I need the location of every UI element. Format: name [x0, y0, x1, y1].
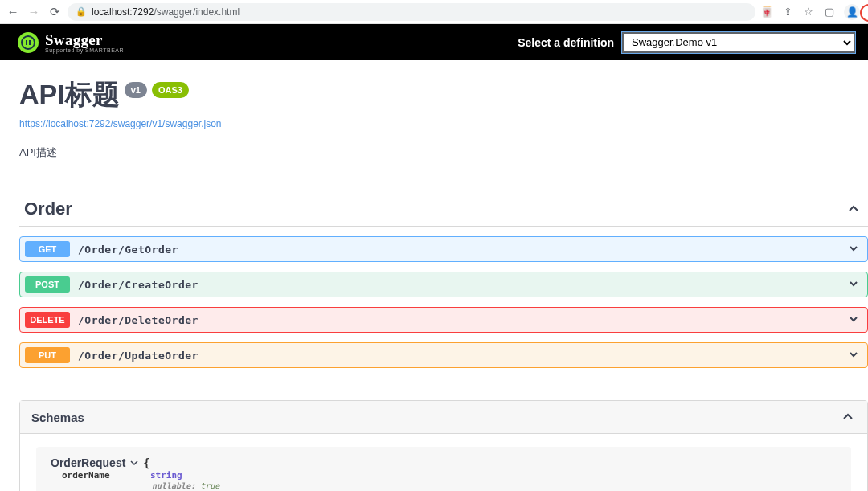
- lock-icon: 🔒: [76, 6, 87, 17]
- method-badge: GET: [25, 241, 70, 257]
- schemas-header[interactable]: Schemas: [20, 401, 867, 434]
- reload-button[interactable]: ⟳: [47, 4, 63, 20]
- schema-name-label: OrderRequest: [51, 456, 125, 469]
- schema-property: orderNamestring: [62, 469, 837, 481]
- bookmark-icon[interactable]: ☆: [802, 6, 815, 18]
- extension-tray: 🀄 ⇪ ☆ ▢ 👤: [760, 4, 863, 20]
- url-host: localhost:7292: [92, 6, 154, 18]
- api-title: API标题: [19, 76, 120, 113]
- chevron-down-icon: [848, 278, 859, 292]
- brand-subtext: Supported by SMARTBEAR: [45, 47, 124, 53]
- swagger-topbar: Swagger Supported by SMARTBEAR Select a …: [0, 24, 868, 60]
- swagger-logo-icon: [18, 32, 39, 53]
- translate-icon[interactable]: 🀄: [760, 6, 773, 18]
- method-badge: DELETE: [25, 312, 70, 328]
- chevron-down-icon: [848, 243, 859, 256]
- swagger-logo[interactable]: Swagger Supported by SMARTBEAR: [18, 31, 124, 53]
- browser-toolbar: ← → ⟳ 🔒 localhost:7292/swagger/index.htm…: [0, 0, 868, 24]
- version-badge: v1: [125, 82, 147, 98]
- forward-button[interactable]: →: [26, 4, 42, 20]
- operation-put[interactable]: PUT/Order/UpdateOrder: [19, 342, 868, 368]
- share-icon[interactable]: ⇪: [781, 6, 794, 18]
- operation-post[interactable]: POST/Order/CreateOrder: [19, 272, 868, 297]
- definition-select[interactable]: Swagger.Demo v1: [622, 32, 855, 53]
- spec-url-link[interactable]: https://localhost:7292/swagger/v1/swagge…: [19, 118, 868, 129]
- brand-text: Swagger: [45, 31, 124, 49]
- schemas-title: Schemas: [31, 411, 84, 424]
- main-content: API标题 v1 OAS3 https://localhost:7292/swa…: [0, 60, 868, 491]
- open-brace: {: [143, 456, 149, 469]
- operation-path: /Order/DeleteOrder: [78, 314, 199, 326]
- schema-property-meta: nullable: true: [152, 481, 837, 490]
- operation-path: /Order/GetOrder: [78, 243, 178, 256]
- tag-name: Order: [24, 198, 72, 219]
- operation-delete[interactable]: DELETE/Order/DeleteOrder: [19, 307, 868, 333]
- url-path: /swagger/index.html: [154, 6, 240, 18]
- chevron-down-icon: [848, 313, 859, 327]
- operation-path: /Order/UpdateOrder: [78, 350, 199, 362]
- schemas-section: Schemas OrderRequest { orderNamestringnu…: [19, 400, 868, 491]
- definition-label: Select a definition: [518, 36, 614, 49]
- url-bar[interactable]: 🔒 localhost:7292/swagger/index.html: [68, 3, 755, 21]
- api-description: API描述: [19, 145, 868, 160]
- operation-get[interactable]: GET/Order/GetOrder: [19, 236, 868, 262]
- tag-order[interactable]: Order: [19, 197, 868, 227]
- operation-path: /Order/CreateOrder: [78, 279, 199, 291]
- extensions-icon[interactable]: ▢: [823, 6, 836, 18]
- chevron-down-icon: [130, 456, 138, 469]
- oas-badge: OAS3: [152, 82, 189, 98]
- schema-orderrequest[interactable]: OrderRequest { orderNamestringnullable: …: [36, 447, 851, 491]
- method-badge: PUT: [25, 347, 70, 363]
- method-badge: POST: [25, 276, 70, 293]
- chevron-down-icon: [848, 349, 859, 362]
- chevron-up-icon: [840, 409, 856, 425]
- chevron-up-icon: [845, 201, 862, 217]
- profile-avatar[interactable]: 👤: [844, 4, 860, 20]
- back-button[interactable]: ←: [5, 4, 21, 20]
